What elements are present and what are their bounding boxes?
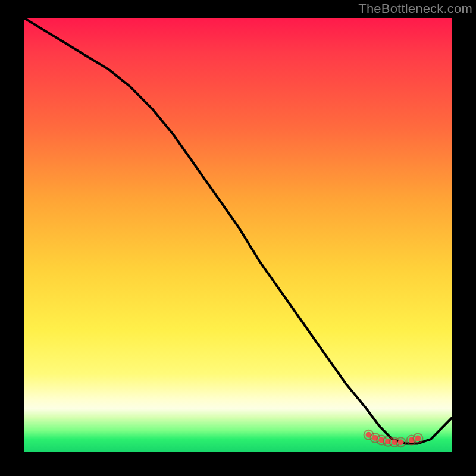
sweet-spot-marker-dot — [415, 436, 421, 441]
attribution-text: TheBottleneck.com — [358, 1, 472, 17]
chart-frame: TheBottleneck.com — [0, 0, 476, 476]
sweet-spot-markers — [364, 430, 423, 447]
marker-layer — [24, 18, 452, 452]
sweet-spot-marker-dot — [398, 439, 404, 445]
plot — [24, 18, 452, 452]
plot-area — [24, 18, 452, 452]
